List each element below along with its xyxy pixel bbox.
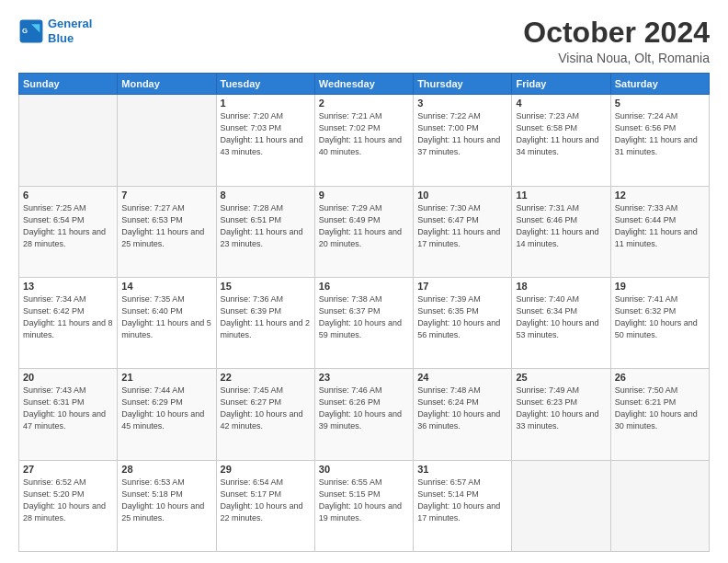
calendar-cell: 27Sunrise: 6:52 AMSunset: 5:20 PMDayligh…	[19, 460, 118, 551]
sunrise-text: Sunrise: 7:50 AM	[615, 385, 678, 395]
sunrise-text: Sunrise: 7:41 AM	[615, 294, 678, 304]
day-number: 1	[221, 98, 311, 109]
daylight-text: Daylight: 10 hours and 56 minutes.	[417, 318, 500, 339]
sunset-text: Sunset: 5:15 PM	[319, 489, 381, 499]
day-number: 15	[221, 281, 311, 292]
day-info: Sunrise: 6:54 AMSunset: 5:17 PMDaylight:…	[221, 477, 311, 524]
day-info: Sunrise: 7:22 AMSunset: 7:00 PMDaylight:…	[417, 110, 507, 158]
day-info: Sunrise: 7:46 AMSunset: 6:26 PMDaylight:…	[319, 385, 409, 432]
daylight-text: Daylight: 11 hours and 34 minutes.	[516, 135, 598, 156]
sunrise-text: Sunrise: 6:54 AM	[221, 477, 284, 487]
calendar-cell: 18Sunrise: 7:40 AMSunset: 6:34 PMDayligh…	[512, 277, 610, 368]
title-section: October 2024 Visina Noua, Olt, Romania	[523, 17, 710, 65]
day-number: 29	[221, 464, 311, 475]
sunrise-text: Sunrise: 7:48 AM	[417, 385, 481, 395]
calendar-week-row: 27Sunrise: 6:52 AMSunset: 5:20 PMDayligh…	[19, 460, 710, 551]
day-info: Sunrise: 7:36 AMSunset: 6:39 PMDaylight:…	[221, 293, 311, 341]
sunset-text: Sunset: 5:17 PM	[221, 489, 282, 499]
day-number: 7	[121, 190, 211, 201]
sunrise-text: Sunrise: 7:36 AM	[221, 294, 284, 304]
sunrise-text: Sunrise: 7:38 AM	[319, 294, 382, 304]
calendar-cell: 21Sunrise: 7:44 AMSunset: 6:29 PMDayligh…	[118, 369, 216, 460]
sunrise-text: Sunrise: 7:31 AM	[516, 203, 579, 213]
sunset-text: Sunset: 6:39 PM	[221, 306, 282, 316]
day-number: 14	[121, 281, 211, 292]
svg-text:G: G	[22, 26, 28, 34]
sunrise-text: Sunrise: 7:39 AM	[417, 294, 481, 304]
calendar-cell: 28Sunrise: 6:53 AMSunset: 5:18 PMDayligh…	[118, 460, 216, 551]
daylight-text: Daylight: 11 hours and 14 minutes.	[516, 227, 598, 248]
location: Visina Noua, Olt, Romania	[523, 51, 710, 65]
day-info: Sunrise: 7:43 AMSunset: 6:31 PMDaylight:…	[23, 385, 113, 432]
daylight-text: Daylight: 10 hours and 28 minutes.	[23, 501, 106, 523]
calendar-cell: 6Sunrise: 7:25 AMSunset: 6:54 PMDaylight…	[19, 186, 118, 277]
day-number: 21	[121, 372, 211, 383]
logo-text: General Blue	[48, 17, 92, 45]
sunrise-text: Sunrise: 6:52 AM	[23, 477, 86, 487]
sunrise-text: Sunrise: 7:24 AM	[615, 111, 678, 121]
day-header-thursday: Thursday	[414, 74, 512, 95]
sunset-text: Sunset: 6:26 PM	[319, 397, 381, 407]
day-info: Sunrise: 7:20 AMSunset: 7:03 PMDaylight:…	[221, 110, 311, 158]
calendar-cell: 1Sunrise: 7:20 AMSunset: 7:03 PMDaylight…	[216, 95, 314, 186]
calendar-header-row: SundayMondayTuesdayWednesdayThursdayFrid…	[19, 74, 710, 95]
day-info: Sunrise: 7:30 AMSunset: 6:47 PMDaylight:…	[417, 202, 507, 250]
calendar-cell: 15Sunrise: 7:36 AMSunset: 6:39 PMDayligh…	[216, 277, 314, 368]
sunrise-text: Sunrise: 7:28 AM	[221, 203, 284, 213]
calendar-cell: 9Sunrise: 7:29 AMSunset: 6:49 PMDaylight…	[314, 186, 413, 277]
sunrise-text: Sunrise: 7:49 AM	[516, 385, 579, 395]
day-info: Sunrise: 7:45 AMSunset: 6:27 PMDaylight:…	[221, 385, 311, 432]
day-number: 23	[319, 372, 409, 383]
calendar-cell: 7Sunrise: 7:27 AMSunset: 6:53 PMDaylight…	[118, 186, 216, 277]
day-info: Sunrise: 7:29 AMSunset: 6:49 PMDaylight:…	[319, 202, 409, 250]
day-info: Sunrise: 7:40 AMSunset: 6:34 PMDaylight:…	[516, 293, 606, 341]
day-info: Sunrise: 7:33 AMSunset: 6:44 PMDaylight:…	[615, 202, 705, 250]
sunrise-text: Sunrise: 7:22 AM	[417, 111, 481, 121]
sunset-text: Sunset: 6:58 PM	[516, 123, 577, 132]
calendar-cell: 17Sunrise: 7:39 AMSunset: 6:35 PMDayligh…	[414, 277, 512, 368]
calendar-cell: 26Sunrise: 7:50 AMSunset: 6:21 PMDayligh…	[610, 369, 709, 460]
calendar-cell: 16Sunrise: 7:38 AMSunset: 6:37 PMDayligh…	[314, 277, 413, 368]
calendar-cell: 14Sunrise: 7:35 AMSunset: 6:40 PMDayligh…	[118, 277, 216, 368]
daylight-text: Daylight: 10 hours and 59 minutes.	[319, 318, 402, 339]
calendar-cell: 24Sunrise: 7:48 AMSunset: 6:24 PMDayligh…	[414, 369, 512, 460]
calendar-table: SundayMondayTuesdayWednesdayThursdayFrid…	[18, 73, 710, 552]
day-header-saturday: Saturday	[610, 74, 709, 95]
sunset-text: Sunset: 5:14 PM	[417, 489, 479, 499]
calendar-cell: 8Sunrise: 7:28 AMSunset: 6:51 PMDaylight…	[216, 186, 314, 277]
day-number: 13	[23, 281, 113, 292]
day-info: Sunrise: 7:41 AMSunset: 6:32 PMDaylight:…	[615, 293, 705, 341]
day-info: Sunrise: 7:28 AMSunset: 6:51 PMDaylight:…	[221, 202, 311, 250]
daylight-text: Daylight: 11 hours and 23 minutes.	[221, 227, 303, 248]
day-number: 24	[417, 372, 507, 383]
daylight-text: Daylight: 11 hours and 11 minutes.	[615, 227, 698, 248]
header: G General Blue October 2024 Visina Noua,…	[18, 17, 710, 65]
calendar-cell	[19, 95, 118, 186]
daylight-text: Daylight: 11 hours and 37 minutes.	[417, 135, 500, 156]
logo-general: General	[48, 17, 92, 30]
sunset-text: Sunset: 6:56 PM	[615, 123, 677, 132]
daylight-text: Daylight: 11 hours and 31 minutes.	[615, 135, 698, 156]
day-number: 5	[615, 98, 705, 109]
sunrise-text: Sunrise: 7:46 AM	[319, 385, 382, 395]
calendar-cell: 3Sunrise: 7:22 AMSunset: 7:00 PMDaylight…	[414, 95, 512, 186]
day-header-monday: Monday	[118, 74, 216, 95]
sunrise-text: Sunrise: 7:34 AM	[23, 294, 86, 304]
day-info: Sunrise: 7:34 AMSunset: 6:42 PMDaylight:…	[23, 293, 113, 341]
day-info: Sunrise: 6:55 AMSunset: 5:15 PMDaylight:…	[319, 477, 409, 524]
daylight-text: Daylight: 10 hours and 45 minutes.	[121, 409, 204, 431]
daylight-text: Daylight: 11 hours and 2 minutes.	[221, 318, 311, 339]
day-number: 26	[615, 372, 705, 383]
daylight-text: Daylight: 10 hours and 22 minutes.	[221, 501, 303, 523]
day-info: Sunrise: 7:23 AMSunset: 6:58 PMDaylight:…	[516, 110, 606, 158]
day-number: 10	[417, 190, 507, 201]
sunset-text: Sunset: 6:42 PM	[23, 306, 85, 316]
sunset-text: Sunset: 6:31 PM	[23, 397, 85, 407]
calendar-cell	[512, 460, 610, 551]
day-info: Sunrise: 6:52 AMSunset: 5:20 PMDaylight:…	[23, 477, 113, 524]
day-info: Sunrise: 7:35 AMSunset: 6:40 PMDaylight:…	[121, 293, 211, 341]
sunrise-text: Sunrise: 7:23 AM	[516, 111, 579, 121]
daylight-text: Daylight: 11 hours and 25 minutes.	[121, 227, 204, 248]
sunrise-text: Sunrise: 6:57 AM	[417, 477, 481, 487]
sunrise-text: Sunrise: 7:45 AM	[221, 385, 284, 395]
